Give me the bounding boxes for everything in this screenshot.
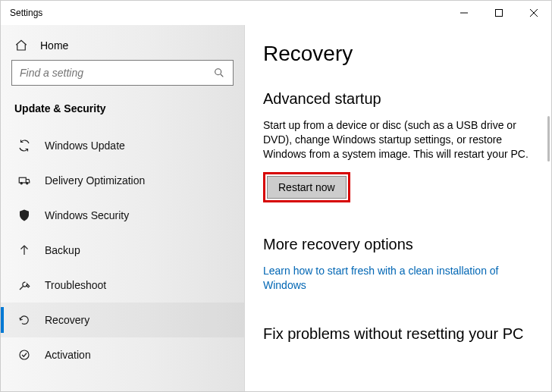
svg-point-7 [20, 183, 22, 184]
category-heading: Update & Security [1, 98, 244, 128]
shield-icon [17, 209, 31, 222]
home-nav[interactable]: Home [1, 31, 244, 60]
maximize-button[interactable] [481, 1, 516, 25]
recovery-icon [17, 313, 31, 327]
search-icon [213, 67, 225, 79]
titlebar: Settings [1, 1, 551, 25]
body: Home Update & Security Windows Update [1, 25, 551, 391]
sidebar-item-label: Windows Security [45, 209, 129, 221]
sidebar-item-label: Backup [45, 244, 80, 256]
svg-point-8 [27, 183, 28, 184]
sidebar-item-delivery-optimization[interactable]: Delivery Optimization [1, 163, 244, 198]
search-box[interactable] [11, 60, 234, 86]
sidebar-item-label: Recovery [45, 314, 89, 326]
sidebar: Home Update & Security Windows Update [1, 25, 245, 391]
scrollbar[interactable] [547, 116, 550, 162]
restart-now-button[interactable]: Restart now [267, 176, 347, 199]
sidebar-item-activation[interactable]: Activation [1, 337, 244, 372]
backup-icon [17, 243, 31, 257]
nav-list: Windows Update Delivery Optimization Win… [1, 128, 244, 372]
sidebar-item-troubleshoot[interactable]: Troubleshoot [1, 268, 244, 303]
search-wrap [1, 60, 244, 98]
home-label: Home [40, 39, 68, 52]
svg-line-5 [221, 74, 223, 77]
svg-rect-6 [19, 177, 26, 183]
close-button[interactable] [516, 1, 551, 25]
sidebar-item-label: Troubleshoot [45, 279, 106, 291]
sidebar-item-label: Windows Update [45, 140, 125, 152]
sidebar-item-backup[interactable]: Backup [1, 233, 244, 268]
wrench-icon [17, 278, 31, 292]
delivery-icon [17, 174, 31, 187]
sidebar-item-recovery[interactable]: Recovery [1, 303, 244, 337]
more-recovery-heading: More recovery options [263, 236, 536, 253]
home-icon [14, 39, 28, 52]
svg-rect-1 [496, 10, 503, 17]
activation-icon [17, 348, 31, 362]
minimize-button[interactable] [447, 1, 481, 25]
sidebar-item-label: Delivery Optimization [45, 174, 145, 187]
search-input[interactable] [20, 67, 213, 79]
window-controls [447, 1, 551, 25]
sidebar-item-windows-update[interactable]: Windows Update [1, 128, 244, 163]
content: Recovery Advanced startup Start up from … [245, 25, 551, 391]
advanced-startup-heading: Advanced startup [263, 90, 536, 108]
sidebar-item-windows-security[interactable]: Windows Security [1, 198, 244, 233]
settings-window: Settings Home [0, 0, 552, 392]
advanced-startup-text: Start up from a device or disc (such as … [263, 118, 536, 162]
fresh-install-link[interactable]: Learn how to start fresh with a clean in… [263, 264, 536, 293]
window-title: Settings [10, 8, 42, 18]
page-title: Recovery [263, 42, 536, 66]
fix-problems-heading: Fix problems without resetting your PC [263, 325, 536, 343]
restart-highlight: Restart now [263, 172, 350, 202]
svg-point-4 [215, 69, 221, 75]
svg-point-11 [20, 350, 29, 359]
svg-line-10 [20, 287, 24, 290]
sidebar-item-label: Activation [45, 349, 91, 361]
sync-icon [17, 139, 31, 152]
